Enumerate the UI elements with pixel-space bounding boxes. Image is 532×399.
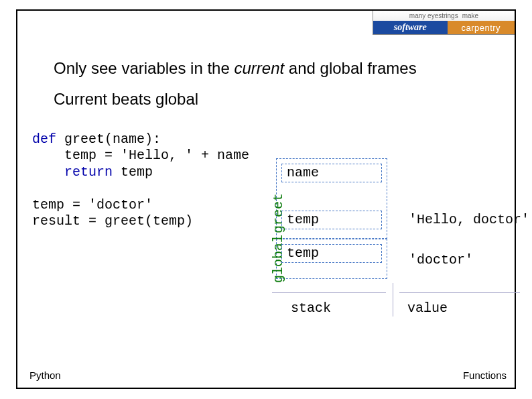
- heading-1-emph: current: [234, 59, 284, 77]
- heading-line-1: Only see variables in the current and gl…: [54, 59, 417, 78]
- axis-line-stack: [272, 292, 386, 293]
- axis-line-value: [399, 292, 520, 293]
- footer-left: Python: [29, 369, 61, 381]
- axis-label-value: value: [407, 300, 448, 316]
- heading-1-part-a: Only see variables in the: [54, 59, 234, 77]
- stack-diagram: global greet name temp temp 'Hello, doct…: [259, 152, 532, 326]
- code-l3a: [32, 164, 64, 180]
- kw-return: return: [64, 164, 113, 180]
- value-doctor: 'doctor': [409, 252, 473, 268]
- code-l1b: greet(name):: [56, 131, 161, 147]
- code-l5: temp = 'doctor': [32, 197, 153, 213]
- brand-logo: many eyestrings make software carpentry: [373, 11, 515, 35]
- logo-tagline-left: many eyestrings: [409, 12, 458, 19]
- heading-1-part-c: and global frames: [284, 59, 416, 77]
- axis-label-stack: stack: [291, 300, 331, 316]
- value-hello-doctor: 'Hello, doctor': [409, 212, 529, 227]
- var-label-name: name: [287, 165, 319, 180]
- code-l6: result = greet(temp): [32, 213, 193, 229]
- heading-line-2: Current beats global: [54, 90, 198, 109]
- footer-right: Functions: [463, 369, 507, 381]
- code-l3c: temp: [113, 164, 153, 180]
- logo-main: software carpentry: [373, 21, 515, 34]
- logo-word-carpentry: carpentry: [448, 21, 515, 34]
- logo-tagline: many eyestrings make: [373, 11, 515, 21]
- var-label-temp-greet: temp: [287, 212, 319, 227]
- logo-word-software: software: [373, 21, 448, 34]
- logo-tagline-right: make: [462, 12, 478, 19]
- kw-def: def: [32, 131, 56, 147]
- code-block: def greet(name): temp = 'Hello, ' + name…: [32, 131, 249, 229]
- code-l2: temp = 'Hello, ' + name: [32, 148, 249, 163]
- var-label-temp-global: temp: [287, 245, 319, 261]
- slide-frame: many eyestrings make software carpentry …: [16, 9, 516, 389]
- axis-divider: [393, 283, 393, 317]
